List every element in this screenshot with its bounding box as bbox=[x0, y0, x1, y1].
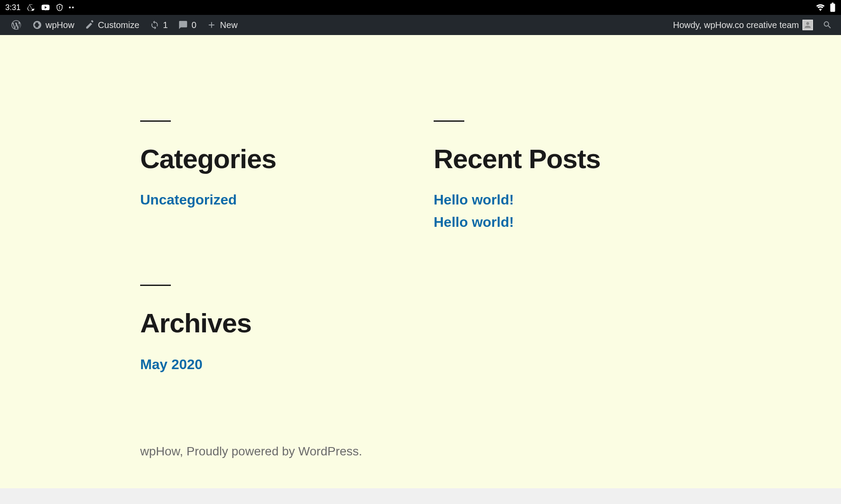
wordpress-logo-icon bbox=[11, 19, 22, 31]
svg-point-1 bbox=[60, 9, 60, 9]
footer-site-link[interactable]: wpHow bbox=[140, 444, 180, 458]
archive-link[interactable]: May 2020 bbox=[140, 356, 202, 372]
updates-icon bbox=[150, 20, 159, 30]
comments-menu[interactable]: 0 bbox=[173, 15, 201, 35]
more-icon: •• bbox=[69, 4, 75, 11]
plus-icon bbox=[207, 20, 216, 30]
list-item: Hello world! bbox=[434, 192, 701, 208]
post-link[interactable]: Hello world! bbox=[434, 192, 514, 208]
svg-rect-3 bbox=[832, 3, 834, 4]
admin-bar-right: Howdy, wpHow.co creative team bbox=[668, 15, 836, 35]
updates-menu[interactable]: 1 bbox=[145, 15, 173, 35]
site-footer: wpHow, Proudly powered by WordPress. bbox=[118, 379, 723, 485]
recent-posts-list: Hello world! Hello world! bbox=[434, 192, 701, 230]
page-content: Categories Uncategorized Recent Posts He… bbox=[0, 35, 841, 488]
site-name-label: wpHow bbox=[46, 20, 74, 30]
archives-widget: Archives May 2020 bbox=[140, 285, 407, 378]
comments-count: 0 bbox=[191, 20, 196, 30]
updates-count: 1 bbox=[163, 20, 168, 30]
customize-icon bbox=[85, 20, 95, 30]
battery-icon bbox=[830, 3, 836, 12]
category-link[interactable]: Uncategorized bbox=[140, 192, 237, 208]
status-time: 3:31 bbox=[5, 3, 21, 12]
customize-menu[interactable]: Customize bbox=[80, 15, 145, 35]
widget-title-archives: Archives bbox=[140, 285, 407, 339]
wordpress-logo-menu[interactable] bbox=[5, 15, 27, 35]
footer-widgets: Categories Uncategorized Recent Posts He… bbox=[118, 35, 723, 379]
recent-posts-widget: Recent Posts Hello world! Hello world! bbox=[434, 120, 701, 236]
status-left: 3:31 •• bbox=[5, 3, 75, 12]
admin-bar-left: wpHow Customize 1 0 New bbox=[5, 15, 243, 35]
drive-icon bbox=[27, 3, 35, 12]
site-name-menu[interactable]: wpHow bbox=[27, 15, 80, 35]
list-item: May 2020 bbox=[140, 356, 407, 373]
bottom-spacer bbox=[0, 488, 841, 504]
shield-icon bbox=[56, 4, 64, 11]
android-status-bar: 3:31 •• bbox=[0, 0, 841, 15]
new-label: New bbox=[220, 20, 237, 30]
post-link[interactable]: Hello world! bbox=[434, 214, 514, 230]
categories-list: Uncategorized bbox=[140, 192, 407, 208]
user-account-menu[interactable]: Howdy, wpHow.co creative team bbox=[668, 15, 815, 35]
greeting-label: Howdy, wpHow.co creative team bbox=[673, 20, 799, 30]
wordpress-admin-bar: wpHow Customize 1 0 New bbox=[0, 15, 841, 35]
comments-icon bbox=[178, 20, 188, 30]
dashboard-icon bbox=[32, 20, 42, 30]
status-right bbox=[816, 3, 836, 12]
widget-title-categories: Categories bbox=[140, 120, 407, 175]
search-menu[interactable] bbox=[819, 15, 836, 35]
new-content-menu[interactable]: New bbox=[201, 15, 243, 35]
avatar bbox=[802, 20, 813, 30]
footer-separator: , bbox=[180, 444, 187, 458]
customize-label: Customize bbox=[98, 20, 139, 30]
footer-credit-link[interactable]: Proudly powered by WordPress. bbox=[187, 444, 362, 458]
empty-widget-slot bbox=[434, 285, 701, 378]
youtube-icon bbox=[41, 3, 50, 12]
search-icon bbox=[823, 20, 832, 30]
list-item: Hello world! bbox=[434, 214, 701, 230]
widget-title-recent-posts: Recent Posts bbox=[434, 120, 701, 175]
categories-widget: Categories Uncategorized bbox=[140, 120, 407, 236]
wifi-icon bbox=[816, 3, 825, 12]
archives-list: May 2020 bbox=[140, 356, 407, 373]
svg-rect-2 bbox=[830, 4, 835, 12]
list-item: Uncategorized bbox=[140, 192, 407, 208]
